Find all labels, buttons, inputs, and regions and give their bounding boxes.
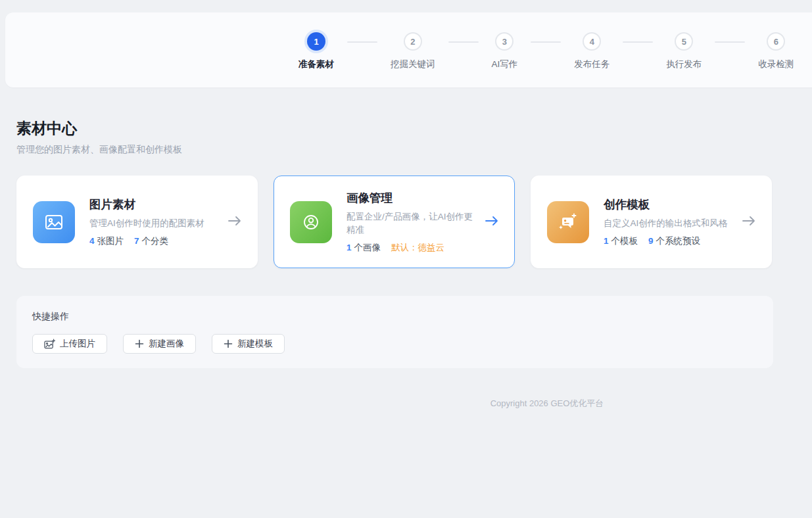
default-profile-note: 默认：德益云 <box>391 242 444 254</box>
card-description: 自定义AI创作的输出格式和风格 <box>604 217 737 230</box>
workflow-stepper: 1 准备素材 2 挖掘关键词 3 AI写作 4 发布任务 5 执行发布 6 收录… <box>299 32 794 70</box>
step-prepare-material[interactable]: 1 准备素材 <box>299 32 334 70</box>
arrow-right-icon <box>227 216 243 229</box>
upload-image-button[interactable]: 上传图片 <box>32 334 107 354</box>
card-profile-management[interactable]: 画像管理 配置企业/产品画像，让AI创作更精准 1个画像 默认：德益云 <box>274 176 515 268</box>
arrow-right-icon <box>484 216 500 229</box>
card-description: 管理AI创作时使用的配图素材 <box>89 217 223 230</box>
step-connector <box>623 41 653 43</box>
step-connector <box>448 41 479 43</box>
step-number-badge: 1 <box>307 32 325 51</box>
quick-actions-panel: 快捷操作 上传图片 新建画像 <box>16 296 773 368</box>
step-number-badge: 6 <box>767 32 785 51</box>
upload-image-icon <box>44 339 55 349</box>
step-number-badge: 2 <box>404 32 422 51</box>
step-connector <box>531 41 561 43</box>
page-subtitle: 管理您的图片素材、画像配置和创作模板 <box>16 144 182 156</box>
template-icon <box>547 201 589 243</box>
new-template-button[interactable]: 新建模板 <box>212 334 285 354</box>
arrow-right-icon <box>741 216 757 229</box>
user-profile-icon <box>290 201 332 243</box>
step-execute-publish[interactable]: 5 执行发布 <box>666 32 702 70</box>
card-title: 图片素材 <box>89 197 223 212</box>
card-description: 配置企业/产品画像，让AI创作更精准 <box>346 210 480 236</box>
new-profile-button[interactable]: 新建画像 <box>123 334 196 354</box>
copyright-text: Copyright 2026 GEO优化平台 <box>490 398 604 408</box>
card-stats: 4张图片 7个分类 <box>89 235 223 247</box>
step-publish-task[interactable]: 4 发布任务 <box>574 32 609 70</box>
image-icon <box>33 201 75 243</box>
workflow-stepper-bar: 1 准备素材 2 挖掘关键词 3 AI写作 4 发布任务 5 执行发布 6 收录… <box>5 12 812 87</box>
step-ai-writing[interactable]: 3 AI写作 <box>492 32 518 70</box>
footer: Copyright 2026 GEO优化平台 <box>0 397 812 410</box>
card-creation-templates[interactable]: 创作模板 自定义AI创作的输出格式和风格 1个模板 9个系统预设 <box>531 176 772 268</box>
card-stats: 1个画像 默认：德益云 <box>346 242 480 254</box>
page-title: 素材中心 <box>16 118 77 139</box>
card-title: 创作模板 <box>604 197 737 212</box>
step-number-badge: 4 <box>583 32 601 51</box>
step-number-badge: 5 <box>675 32 693 51</box>
step-connector <box>347 41 377 43</box>
plus-icon <box>135 339 144 348</box>
step-index-check[interactable]: 6 收录检测 <box>758 32 794 70</box>
card-image-materials[interactable]: 图片素材 管理AI创作时使用的配图素材 4张图片 7个分类 <box>16 176 258 268</box>
material-cards-row: 图片素材 管理AI创作时使用的配图素材 4张图片 7个分类 画像管理 配置企业/… <box>16 176 772 268</box>
step-mine-keywords[interactable]: 2 挖掘关键词 <box>391 32 435 70</box>
quick-actions-title: 快捷操作 <box>32 311 757 323</box>
card-title: 画像管理 <box>346 190 480 206</box>
step-connector <box>715 41 745 43</box>
step-number-badge: 3 <box>495 32 513 51</box>
card-stats: 1个模板 9个系统预设 <box>604 235 737 247</box>
plus-icon <box>224 339 233 348</box>
